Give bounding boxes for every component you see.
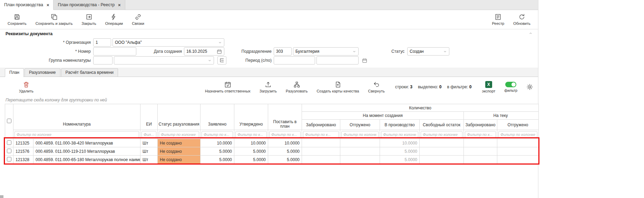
created-date-field[interactable]: 16.10.2025 [184,47,224,56]
horizontal-scrollbar-thumb[interactable] [0,195,3,198]
load-button[interactable]: Загрузить [260,81,277,93]
status-value: Создан [410,49,443,54]
save-and-close-label: Сохранить и закрыть [36,21,73,26]
column-header-reserved-current[interactable]: Забронировано [464,120,497,130]
filter-input-free-balance[interactable] [421,131,462,138]
save-label: Сохранить [8,21,27,26]
cell-explosion-status: Не создано [158,147,201,156]
registry-button[interactable]: Реестр [488,12,508,27]
delete-button[interactable]: Удалить [19,81,33,93]
tab-time-balance[interactable]: Расчёт баланса времени [61,68,118,77]
filter-cell [420,130,464,139]
period-to-field[interactable] [316,56,359,65]
close-tab-icon[interactable]: × [47,2,49,8]
column-header-unit[interactable]: ЕИ [140,104,158,130]
organization-select[interactable]: ООО "Альфа" [113,38,224,47]
column-header-in-production[interactable]: В производство [380,120,420,130]
chevron-down-icon [218,41,222,44]
row-checkbox[interactable] [7,140,11,145]
cell-reserved-current [464,156,497,164]
row-checkbox[interactable] [7,149,11,153]
column-header-shipped-created[interactable]: Отгружено [340,120,380,130]
collapse-section-button[interactable] [529,31,533,36]
number-field[interactable] [93,47,136,56]
cell-reserved-current [464,147,497,156]
close-label: Закрыть [81,21,96,26]
table-row[interactable]: 121576 000.4859. 011.000-119-210 Металло… [5,147,539,156]
grid-counters: строки: 3 выделено: 0 в фильтре: 0 [395,85,472,89]
window-tab-plan[interactable]: План производства × [0,0,53,10]
filter-cell [497,130,539,139]
chevron-up-icon [529,31,533,35]
close-button[interactable]: Закрыть [78,12,99,27]
period-from-field[interactable] [274,56,315,65]
filter-input-reserved-created[interactable] [303,131,339,138]
grid-settings-button[interactable] [526,83,533,90]
period-calendar-button[interactable] [361,56,368,65]
column-header-to-plan[interactable]: Поставить в план [268,104,302,130]
organization-code-field[interactable]: 1 [93,38,111,47]
tab-plan[interactable]: План [5,68,24,77]
filter-input-shipped-current[interactable] [498,131,537,138]
nomenclature-group-code-field[interactable] [93,56,113,65]
assign-responsible-label: Назначить ответственных [205,89,251,93]
links-button[interactable]: Связки [128,12,148,27]
group-by-hint: Перетащите сюда колонку для группировки … [0,97,538,104]
tab-explosion[interactable]: Разузлование [25,68,60,77]
column-header-free-balance[interactable]: Свободный остаток [420,120,464,130]
column-header-nomenclature[interactable]: Номенклатура [13,104,140,130]
filter-input-shipped-created[interactable] [341,131,379,138]
toggle-on-icon[interactable] [505,82,516,87]
selected-counter: выделено: 0 [418,85,442,89]
save-button[interactable]: Сохранить [4,12,30,27]
filter-input-explosion-status[interactable] [159,131,199,138]
create-quality-cards-label: Создать карты качества [316,89,359,93]
explode-button[interactable]: Разузловать [286,81,308,93]
upload-icon [265,81,272,88]
filter-input-approved[interactable] [235,131,267,138]
create-quality-cards-button[interactable]: Создать карты качества [316,81,359,93]
plan-table: Номенклатура ЕИ Статус разузлования Заяв… [5,104,539,164]
filter-input-reserved-current[interactable] [465,131,496,138]
links-label: Связки [132,21,144,26]
export-button[interactable]: X экспорт [482,81,495,93]
filter-input-nomenclature[interactable] [14,131,139,138]
column-header-approved[interactable]: Утверждено [234,104,268,130]
filter-input-in-production[interactable] [381,131,418,138]
nomenclature-group-select[interactable] [114,56,214,65]
calendar-icon[interactable] [217,49,222,54]
column-header-shipped-current[interactable]: Отгружено [497,120,539,130]
chevron-down-icon [352,50,356,53]
column-header-requested[interactable]: Заявлено [201,104,234,130]
filter-input-unit[interactable] [142,131,156,138]
cell-nomenclature: 000.4859. 011.000-119-210 Металлорукав [33,147,140,156]
hierarchy-button[interactable] [217,56,226,65]
column-header-explosion-status[interactable]: Статус разузлования [158,104,201,130]
nomenclature-group-label: Группа номенклатуры [14,56,91,65]
select-all-checkbox[interactable] [7,119,11,123]
table-row[interactable]: 121325 000.4859. 011.000-38-420 Металлор… [5,139,539,147]
row-checkbox[interactable] [7,157,11,161]
list-tree-icon [219,58,225,63]
trash-icon [23,81,30,88]
cell-reserved-created [302,156,340,164]
window-tab-registry[interactable]: План производства - Реестр × [53,0,125,10]
department-code-field[interactable]: 303 [274,47,292,56]
cell-nomenclature: 000.4859. 011.000-65-180 Металлорукав по… [33,156,140,164]
close-tab-icon[interactable]: × [118,2,121,8]
cell-requested: 5.0000 [201,147,234,156]
department-select[interactable]: Бухгалтерия [293,47,359,56]
refresh-button[interactable]: Обновить [510,12,534,27]
column-header-reserved-created[interactable]: Забронировано [302,120,340,130]
status-select[interactable]: Создан [407,47,449,56]
filter-input-to-plan[interactable] [269,131,301,138]
filter-toggle-button[interactable]: фильтр [504,82,517,92]
group-header-at-current: На теку [464,112,539,120]
cell-unit: Шт [140,147,158,156]
operations-button[interactable]: Операции [102,12,126,27]
table-row[interactable]: 121328 000.4859. 011.000-65-180 Металлор… [5,156,539,164]
assign-responsible-button[interactable]: Назначить ответственных [205,81,251,93]
filter-input-requested[interactable] [202,131,233,138]
collapse-rows-button[interactable]: Свернуть [368,81,384,93]
save-and-close-button[interactable]: Сохранить и закрыть [32,12,76,27]
